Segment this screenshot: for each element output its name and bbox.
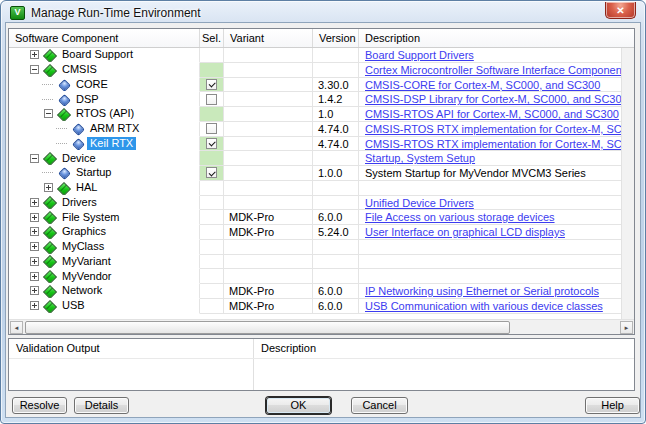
component-label[interactable]: USB xyxy=(59,299,88,312)
table-row[interactable]: File System MDK-Pro 6.0.0 File Access on… xyxy=(9,210,621,225)
description-link[interactable]: USB Communication with various device cl… xyxy=(365,300,603,312)
expander-icon[interactable] xyxy=(30,154,39,163)
table-row[interactable]: Drivers Unified Device Drivers xyxy=(9,196,621,211)
description-link[interactable]: Unified Device Drivers xyxy=(365,197,474,209)
table-row[interactable]: CORE 3.30.0 CMSIS-CORE for Cortex-M, SC0… xyxy=(9,78,621,93)
expander-icon[interactable] xyxy=(30,286,39,295)
horizontal-scroll-thumb[interactable] xyxy=(25,321,510,334)
version-cell: 1.4.2 xyxy=(313,92,359,107)
table-row[interactable]: Device Startup, System Setup xyxy=(9,151,621,166)
header-version[interactable]: Version xyxy=(313,29,359,47)
table-row[interactable]: HAL xyxy=(9,181,621,196)
description-link[interactable]: IP Networking using Ethernet or Serial p… xyxy=(365,285,599,297)
component-checkbox[interactable] xyxy=(206,167,217,178)
component-label[interactable]: DSP xyxy=(73,93,102,106)
description-cell: CMSIS-RTOS RTX implementation for Cortex… xyxy=(359,122,621,137)
table-row[interactable]: DSP 1.4.2 CMSIS-DSP Library for Cortex-M… xyxy=(9,92,621,107)
component-rows: Board Support Board Support Drivers CMSI… xyxy=(9,48,621,319)
tree-indent xyxy=(9,172,44,173)
table-row[interactable]: Startup 1.0.0 System Startup for MyVendo… xyxy=(9,166,621,181)
vertical-scrollbar[interactable] xyxy=(621,48,634,319)
component-label[interactable]: Board Support xyxy=(59,48,136,61)
component-label[interactable]: Keil RTX xyxy=(87,137,136,150)
description-link[interactable]: Startup, System Setup xyxy=(365,152,475,164)
description-link[interactable]: CMSIS-RTOS RTX implementation for Cortex… xyxy=(365,138,621,150)
table-row[interactable]: CMSIS Cortex Microcontroller Software In… xyxy=(9,63,621,78)
component-cell: Graphics xyxy=(9,225,200,240)
component-label[interactable]: CMSIS xyxy=(59,63,100,76)
expander-icon[interactable] xyxy=(44,183,53,192)
component-label[interactable]: MyClass xyxy=(59,240,107,253)
component-checkbox[interactable] xyxy=(206,123,217,134)
header-variant[interactable]: Variant xyxy=(224,29,313,47)
sel-cell xyxy=(200,107,224,122)
expander-icon[interactable] xyxy=(30,198,39,207)
expander-icon[interactable] xyxy=(30,50,39,59)
component-checkbox[interactable] xyxy=(206,79,217,90)
variant-cell xyxy=(224,151,313,166)
component-label[interactable]: Drivers xyxy=(59,196,100,209)
component-label[interactable]: HAL xyxy=(73,181,100,194)
component-leaf-icon xyxy=(57,93,69,105)
component-label[interactable]: Network xyxy=(59,284,105,297)
ok-button[interactable]: OK xyxy=(266,397,331,414)
table-row[interactable]: MyVariant xyxy=(9,255,621,270)
component-label[interactable]: MyVendor xyxy=(59,270,115,283)
description-link[interactable]: CMSIS-RTOS API for Cortex-M, SC000, and … xyxy=(365,108,619,120)
table-row[interactable]: Board Support Board Support Drivers xyxy=(9,48,621,63)
expander-icon[interactable] xyxy=(30,257,39,266)
version-cell xyxy=(313,269,359,284)
header-software-component[interactable]: Software Component xyxy=(9,29,200,47)
title-bar[interactable]: V Manage Run-Time Environment ✕ xyxy=(2,2,644,23)
horizontal-scrollbar[interactable]: ◄ ► xyxy=(9,319,634,334)
description-link[interactable]: CMSIS-RTOS RTX implementation for Cortex… xyxy=(365,123,621,135)
component-label[interactable]: MyVariant xyxy=(59,255,114,268)
scroll-right-arrow-icon[interactable]: ► xyxy=(620,321,633,334)
component-label[interactable]: Startup xyxy=(73,166,114,179)
table-row[interactable]: ARM RTX 4.74.0 CMSIS-RTOS RTX implementa… xyxy=(9,122,621,137)
description-link[interactable]: Board Support Drivers xyxy=(365,49,474,61)
description-link[interactable]: CMSIS-CORE for Cortex-M, SC000, and SC30… xyxy=(365,79,600,91)
table-row[interactable]: Keil RTX 4.74.0 CMSIS-RTOS RTX implement… xyxy=(9,137,621,152)
tree-indent xyxy=(9,99,44,100)
expander-icon[interactable] xyxy=(44,109,53,118)
expander-icon[interactable] xyxy=(30,213,39,222)
expander-icon[interactable] xyxy=(30,227,39,236)
scroll-left-arrow-icon[interactable]: ◄ xyxy=(10,321,23,334)
table-row[interactable]: Network MDK-Pro 6.0.0 IP Networking usin… xyxy=(9,284,621,299)
table-row[interactable]: USB MDK-Pro 6.0.0 USB Communication with… xyxy=(9,299,621,314)
component-group-icon xyxy=(43,211,55,223)
expander-icon[interactable] xyxy=(30,301,39,310)
component-label[interactable]: File System xyxy=(59,211,122,224)
table-row[interactable]: RTOS (API) 1.0 CMSIS-RTOS API for Cortex… xyxy=(9,107,621,122)
header-description[interactable]: Description xyxy=(359,29,634,47)
header-sel[interactable]: Sel. xyxy=(200,29,224,47)
resolve-button[interactable]: Resolve xyxy=(12,397,67,414)
component-checkbox[interactable] xyxy=(206,138,217,149)
cancel-button[interactable]: Cancel xyxy=(351,397,408,414)
description-link[interactable]: Cortex Microcontroller Software Interfac… xyxy=(365,64,621,76)
help-button[interactable]: Help xyxy=(585,397,640,414)
version-cell: 3.30.0 xyxy=(313,78,359,93)
tree-indent xyxy=(9,69,30,70)
tree-indent xyxy=(9,113,44,114)
close-icon: ✕ xyxy=(616,5,624,16)
description-link[interactable]: User Interface on graphical LCD displays xyxy=(365,226,565,238)
table-row[interactable]: MyClass xyxy=(9,240,621,255)
details-button[interactable]: Details xyxy=(74,397,129,414)
close-button[interactable]: ✕ xyxy=(605,2,636,19)
description-link[interactable]: CMSIS-DSP Library for Cortex-M, SC000, a… xyxy=(365,93,621,105)
expander-icon[interactable] xyxy=(30,65,39,74)
component-label[interactable]: Graphics xyxy=(59,225,109,238)
component-checkbox[interactable] xyxy=(206,94,217,105)
table-row[interactable]: MyVendor xyxy=(9,269,621,284)
expander-icon[interactable] xyxy=(30,242,39,251)
description-link[interactable]: File Access on various storage devices xyxy=(365,211,555,223)
description-cell: IP Networking using Ethernet or Serial p… xyxy=(359,284,621,299)
component-label[interactable]: ARM RTX xyxy=(87,122,142,135)
expander-icon[interactable] xyxy=(30,272,39,281)
component-label[interactable]: RTOS (API) xyxy=(73,107,137,120)
component-label[interactable]: CORE xyxy=(73,78,111,91)
table-row[interactable]: Graphics MDK-Pro 5.24.0 User Interface o… xyxy=(9,225,621,240)
component-label[interactable]: Device xyxy=(59,152,99,165)
